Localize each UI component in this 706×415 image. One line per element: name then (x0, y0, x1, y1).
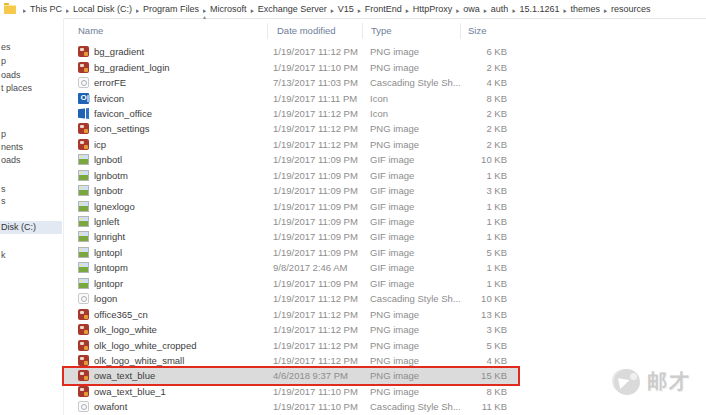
table-row[interactable]: lgntopr 1/19/2017 11:09 PM GIF image 1 K… (64, 276, 520, 291)
file-name-cell: bg_gradient (64, 46, 267, 57)
sidebar-item[interactable]: p (0, 128, 62, 141)
file-name-cell: lgnbotm (64, 170, 267, 181)
breadcrumb-item[interactable]: owa (461, 3, 482, 15)
breadcrumb-item[interactable]: Program Files (141, 3, 201, 15)
table-row[interactable]: errorFE 7/13/2017 11:03 PM Cascading Sty… (64, 75, 520, 90)
table-row[interactable]: favicon_office 1/19/2017 11:12 PM Icon 2… (64, 106, 520, 121)
file-type-icon (78, 355, 89, 366)
breadcrumb-separator-icon: ▸ (331, 5, 334, 13)
table-row[interactable]: owa_text_blue_1 1/19/2017 11:10 PM PNG i… (64, 384, 520, 399)
table-row[interactable]: bg_gradient 1/19/2017 11:12 PM PNG image… (64, 44, 520, 59)
breadcrumb-separator-icon: ▸ (203, 5, 206, 13)
file-size: 10 KB (460, 154, 507, 165)
file-date-modified: 1/19/2017 11:09 PM (267, 216, 362, 227)
file-type: PNG image (362, 123, 460, 134)
file-name: owa_text_blue (94, 370, 155, 381)
file-size: 2 KB (460, 123, 507, 134)
sidebar-item[interactable]: k (0, 249, 62, 262)
file-size: 3 KB (460, 324, 507, 335)
file-type-icon (78, 185, 89, 196)
file-name: bg_gradient (94, 46, 144, 57)
column-header-size[interactable]: Size (460, 23, 507, 39)
breadcrumb-item[interactable]: auth (489, 3, 511, 15)
breadcrumb-item[interactable]: FrontEnd (363, 3, 404, 15)
table-row[interactable]: icon_settings 1/19/2017 11:12 PM PNG ima… (64, 121, 520, 136)
file-name-cell: lgnexlogo (64, 201, 267, 212)
breadcrumb-item[interactable]: resources (609, 3, 653, 15)
sidebar-item[interactable]: oads (0, 69, 62, 82)
file-type: GIF image (362, 262, 460, 273)
file-type: Icon (362, 108, 460, 119)
column-header-date-modified[interactable]: Date modified (267, 23, 362, 39)
file-type: Cascading Style Sh... (362, 77, 460, 88)
file-date-modified: 1/19/2017 11:12 PM (267, 293, 362, 304)
file-name-cell: owa_text_blue_1 (64, 386, 267, 397)
table-row[interactable]: bg_gradient_login 1/19/2017 11:10 PM PNG… (64, 59, 520, 74)
sidebar-item[interactable]: s (0, 195, 62, 208)
breadcrumb-item[interactable]: 15.1.1261 (517, 3, 561, 15)
table-row[interactable]: lgnbotr 1/19/2017 11:09 PM GIF image 3 K… (64, 183, 520, 198)
sidebar-item[interactable]: t places (0, 82, 62, 95)
table-row[interactable]: olk_logo_white 1/19/2017 11:12 PM PNG im… (64, 322, 520, 337)
file-date-modified: 7/13/2017 11:03 PM (267, 77, 362, 88)
table-row[interactable]: lgnbotm 1/19/2017 11:09 PM GIF image 1 K… (64, 168, 520, 183)
file-date-modified: 1/19/2017 11:12 PM (267, 46, 362, 57)
file-type: PNG image (362, 324, 460, 335)
table-row[interactable]: lgnexlogo 1/19/2017 11:09 PM GIF image 1… (64, 198, 520, 213)
sidebar-item[interactable]: p (0, 55, 62, 68)
file-name: lgntopm (94, 262, 128, 273)
sidebar-item[interactable]: Disk (C:) (0, 221, 62, 234)
table-row[interactable]: lgnbotl 1/19/2017 11:09 PM GIF image 10 … (64, 152, 520, 167)
breadcrumb-separator-icon: ▸ (358, 5, 361, 13)
breadcrumb-item[interactable]: V15 (336, 3, 356, 15)
file-type-icon (78, 262, 89, 273)
breadcrumb-item[interactable]: This PC (28, 3, 64, 15)
table-row[interactable]: office365_cn 1/19/2017 11:12 PM PNG imag… (64, 306, 520, 321)
breadcrumb-item[interactable]: Microsoft (208, 3, 249, 15)
table-row[interactable]: olk_logo_white_cropped 1/19/2017 11:12 P… (64, 337, 520, 352)
table-row[interactable]: owafont 1/19/2017 11:10 PM Cascading Sty… (64, 399, 520, 414)
breadcrumb-item[interactable]: Exchange Server (256, 3, 329, 15)
table-row[interactable]: lgnright 1/19/2017 11:09 PM GIF image 1 … (64, 229, 520, 244)
breadcrumb-separator-icon: ▸ (406, 5, 409, 13)
table-row[interactable]: O favicon 1/19/2017 11:11 PM Icon 8 KB (64, 90, 520, 105)
file-name-cell: olk_logo_white_small (64, 355, 267, 366)
file-type: Cascading Style Sh... (362, 401, 460, 412)
file-name: lgnright (94, 231, 125, 242)
breadcrumb-item[interactable]: Local Disk (C:) (71, 3, 134, 15)
file-date-modified: 1/19/2017 11:09 PM (267, 231, 362, 242)
table-row[interactable]: lgnleft 1/19/2017 11:09 PM GIF image 1 K… (64, 214, 520, 229)
breadcrumb-item[interactable]: HttpProxy (411, 3, 455, 15)
file-type-icon (78, 46, 89, 57)
file-date-modified: 1/19/2017 11:09 PM (267, 247, 362, 258)
file-type-icon (78, 401, 89, 412)
file-name-cell: O favicon (64, 93, 267, 104)
file-date-modified: 1/19/2017 11:12 PM (267, 340, 362, 351)
column-header-type[interactable]: Type (362, 23, 460, 39)
file-size: 8 KB (460, 386, 507, 397)
table-row[interactable]: lgntopl 1/19/2017 11:09 PM GIF image 5 K… (64, 245, 520, 260)
table-row[interactable]: icp 1/19/2017 11:12 PM PNG image 2 KB (64, 137, 520, 152)
file-type: PNG image (362, 355, 460, 366)
sidebar-item[interactable]: oads (0, 154, 62, 167)
file-type: PNG image (362, 340, 460, 351)
file-name-cell: office365_cn (64, 309, 267, 320)
breadcrumb-separator-icon: ▸ (484, 5, 487, 13)
table-row[interactable]: logon 1/19/2017 11:12 PM Cascading Style… (64, 291, 520, 306)
file-type-icon (78, 278, 89, 289)
breadcrumb-item[interactable]: themes (568, 3, 602, 15)
file-name: lgnleft (94, 216, 119, 227)
file-name-cell: errorFE (64, 77, 267, 88)
table-row[interactable]: lgntopm 9/8/2017 2:46 AM GIF image 1 KB (64, 260, 520, 275)
table-row[interactable]: owa_text_blue 4/6/2018 9:37 PM PNG image… (64, 368, 520, 383)
file-date-modified: 1/19/2017 11:12 PM (267, 123, 362, 134)
file-type-icon (78, 170, 89, 181)
column-header-name[interactable]: Name (64, 23, 267, 39)
sidebar-item[interactable]: es (0, 41, 62, 54)
navigation-sidebar: espoadst placespnentsoadsssDisk (C:)k (0, 18, 64, 415)
file-date-modified: 1/19/2017 11:12 PM (267, 139, 362, 150)
table-row[interactable]: olk_logo_white_small 1/19/2017 11:12 PM … (64, 353, 520, 368)
file-date-modified: 1/19/2017 11:09 PM (267, 185, 362, 196)
file-size: 8 KB (460, 93, 507, 104)
sidebar-item[interactable]: nents (0, 141, 62, 154)
